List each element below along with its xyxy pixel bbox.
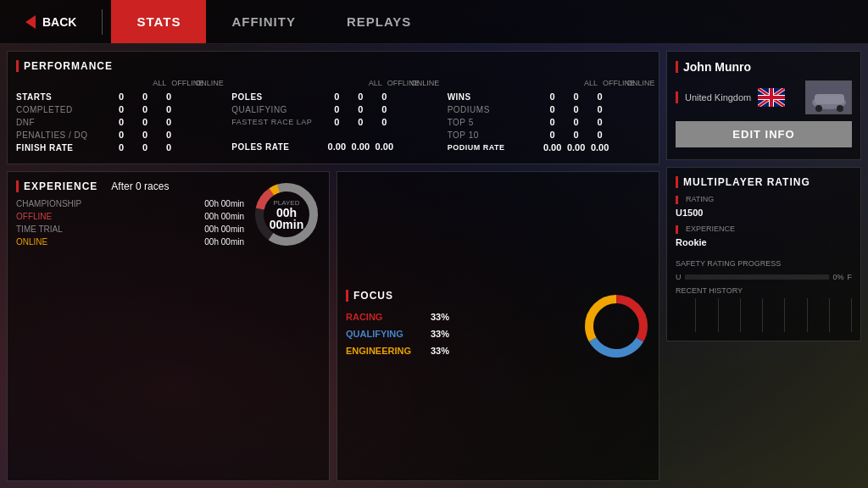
table-row: STARTS 0 0 0: [16, 92, 219, 102]
country-name: United Kingdom: [685, 92, 751, 103]
country-line: [676, 92, 678, 103]
table-row: POLES 0 0 0: [231, 92, 434, 102]
exp-value: Rookie: [676, 237, 707, 247]
focus-row-racing: RACING 33%: [346, 312, 574, 322]
table-row: POLES RATE 0.00 0.00 0.00: [231, 141, 434, 152]
donut-val1: 00h: [270, 207, 303, 219]
focus-section: FOCUS RACING 33% QUALIFYING 33% ENGINEER…: [337, 171, 659, 481]
rating-title: MULTIPLAYER RATING: [683, 176, 810, 188]
exp-indicator: [676, 225, 678, 234]
col-header-offline: OFFLINE: [171, 79, 195, 87]
rating-indicator: [676, 196, 678, 204]
exp-subtitle: After 0 races: [111, 180, 169, 192]
table-row: PODIUMS 0 0 0: [448, 104, 650, 114]
player-country-row: United Kingdom: [676, 80, 852, 114]
svg-point-12: [815, 105, 822, 112]
perf-group-right: ALL OFFLINE ONLINE WINS 0 0 0 PODIUMS: [448, 79, 650, 155]
history-bar: [810, 298, 830, 332]
table-row: COMPLETED 0 0 0: [16, 104, 219, 114]
history-bar: [765, 298, 785, 332]
recent-history: RECENT HISTORY: [676, 286, 852, 332]
table-row: FINISH RATE 0 0 0: [16, 142, 219, 152]
table-row: TOP 5 0 0 0: [448, 117, 650, 127]
nav-divider: [102, 9, 103, 35]
history-bar: [721, 298, 741, 332]
performance-section: PERFORMANCE ALL OFFLINE ONLINE STARTS: [7, 51, 659, 164]
history-bar: [698, 298, 718, 332]
svg-rect-11: [815, 94, 844, 104]
player-marker: [676, 61, 678, 73]
table-row: DNF 0 0 0: [16, 117, 219, 127]
history-bar: [787, 298, 807, 332]
edit-info-button[interactable]: EDIT INFO: [676, 121, 852, 147]
experience-row: EXPERIENCE Rookie: [676, 225, 852, 249]
top-navigation: BACK STATS AFFINITY REPLAYS: [0, 0, 868, 44]
history-chart: [676, 298, 852, 332]
back-button[interactable]: BACK: [8, 0, 93, 43]
perf-group-left: ALL OFFLINE ONLINE STARTS 0 0 0 COMPLETE…: [16, 79, 219, 155]
focus-donut: [582, 292, 650, 360]
country-info: United Kingdom: [676, 88, 785, 107]
table-row: PODIUM RATE 0.00 0.00 0.00: [448, 142, 650, 152]
safety-label: SAFETY RATING PROGRESS: [676, 259, 781, 268]
uk-flag-icon: [758, 88, 785, 107]
safety-right: F: [848, 273, 853, 281]
col-header-online: ONLINE: [195, 79, 219, 87]
perf-group-mid: ALL OFFLINE ONLINE POLES 0 0 0 QUALIFYIN…: [231, 79, 434, 155]
exp-section-marker: [16, 180, 19, 192]
rating-value: U1500: [676, 208, 703, 218]
performance-table: ALL OFFLINE ONLINE STARTS 0 0 0 COMPLETE…: [16, 79, 650, 155]
history-label: RECENT HISTORY: [676, 286, 852, 295]
exp-label: EXPERIENCE: [686, 225, 735, 233]
history-bar: [743, 298, 763, 332]
rating-label: RATING: [686, 195, 714, 203]
left-panel: PERFORMANCE ALL OFFLINE ONLINE STARTS: [7, 51, 659, 481]
focus-title: FOCUS: [353, 290, 393, 302]
safety-row: SAFETY RATING PROGRESS U 0% F: [676, 254, 852, 281]
col-header-all: ALL: [147, 79, 171, 87]
table-row-empty: [231, 130, 434, 139]
safety-bar: [685, 274, 830, 280]
player-card: John Munro United Kingdom: [666, 51, 861, 160]
history-bar: [676, 298, 696, 332]
table-row: QUALIFYING 0 0 0: [231, 104, 434, 114]
focus-marker: [346, 290, 348, 302]
experience-title: EXPERIENCE: [24, 180, 97, 192]
tab-replays[interactable]: REPLAYS: [321, 0, 437, 43]
player-name: John Munro: [683, 60, 751, 74]
table-row: WINS 0 0 0: [448, 92, 650, 102]
table-row: PENALTIES / DQ 0 0 0: [16, 130, 219, 140]
right-panel: John Munro United Kingdom: [666, 51, 861, 481]
svg-point-13: [837, 105, 843, 112]
car-thumbnail: [805, 80, 852, 114]
table-row: FASTEST RACE LAP 0 0 0: [231, 117, 434, 127]
multiplayer-rating-section: MULTIPLAYER RATING RATING U1500 EXPERIEN…: [666, 167, 861, 341]
history-bar: [832, 298, 852, 332]
donut-val2: 00min: [270, 219, 303, 230]
section-marker: [16, 60, 19, 72]
tab-affinity[interactable]: AFFINITY: [206, 0, 321, 43]
table-row: TOP 10 0 0 0: [448, 130, 650, 140]
experience-section: EXPERIENCE After 0 races CHAMPIONSHIP 00…: [7, 171, 330, 481]
performance-title: PERFORMANCE: [24, 60, 113, 72]
focus-row-qualifying: QUALIFYING 33%: [346, 329, 574, 339]
focus-row-engineering: ENGINEERING 33%: [346, 346, 574, 356]
safety-pct: 0%: [832, 273, 843, 281]
experience-donut: PLAYED 00h 00min: [253, 180, 320, 248]
back-label: BACK: [42, 15, 76, 29]
rating-row: RATING U1500: [676, 195, 852, 219]
tab-stats[interactable]: STATS: [111, 0, 206, 43]
back-chevron-icon: [25, 15, 36, 29]
rating-marker: [676, 176, 678, 188]
safety-left: U: [676, 273, 682, 281]
